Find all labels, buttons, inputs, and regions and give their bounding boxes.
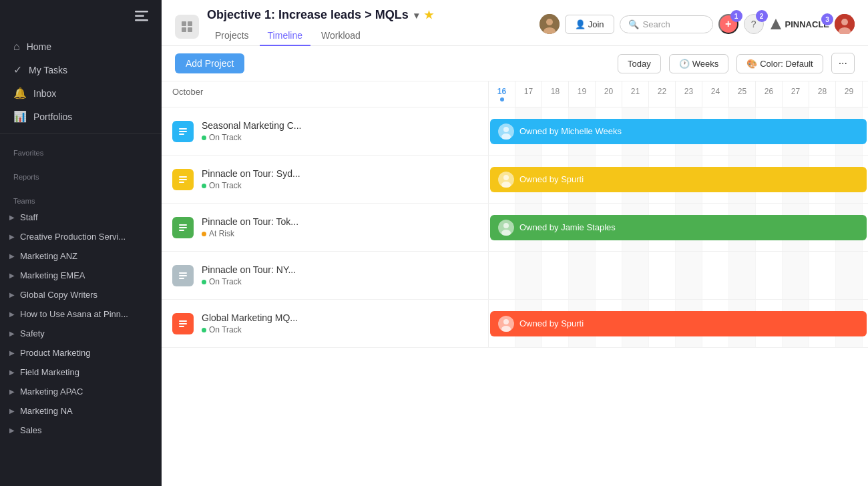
sidebar-team-global-copy[interactable]: ▶Global Copy Writers: [0, 285, 162, 304]
chevron-icon: ▶: [9, 310, 15, 318]
calendar-date: 16: [489, 81, 515, 107]
team-label: Sales: [20, 425, 42, 435]
sidebar-team-marketing-emea[interactable]: ▶Marketing EMEA: [0, 266, 162, 285]
svg-rect-0: [135, 11, 148, 13]
tab-timeline[interactable]: Timeline: [260, 26, 310, 46]
tab-projects[interactable]: Projects: [207, 26, 257, 46]
project-icon: [172, 121, 194, 142]
project-info: Pinnacle on Tour: Syd... On Track: [202, 168, 477, 190]
sidebar-collapse-button[interactable]: [132, 8, 151, 27]
title-section: Objective 1: Increase leads > MQLs ▾ ★ P…: [207, 8, 531, 45]
team-label: How to Use Asana at Pinn...: [20, 309, 128, 319]
calendar-date: 27: [783, 81, 809, 107]
sidebar-team-how-to[interactable]: ▶How to Use Asana at Pinn...: [0, 304, 162, 324]
project-name[interactable]: Global Marketing MQ...: [202, 312, 477, 323]
star-icon[interactable]: ★: [424, 9, 433, 21]
chevron-icon: ▶: [9, 369, 15, 376]
svg-rect-26: [179, 227, 187, 228]
tab-workload[interactable]: Workload: [313, 26, 369, 46]
calendar-date: 29: [836, 81, 863, 107]
gantt-bar[interactable]: Owned by Michelle Weeks: [490, 119, 867, 144]
nav-label-my-tasks: My Tasks: [29, 65, 67, 75]
svg-rect-19: [179, 176, 187, 178]
sidebar-team-creative[interactable]: ▶Creative Production Servi...: [0, 227, 162, 246]
more-button[interactable]: ···: [831, 53, 855, 74]
weeks-button[interactable]: 🕐 Weeks: [669, 54, 729, 73]
svg-rect-32: [179, 275, 187, 276]
status-dot: [202, 136, 206, 140]
owner-avatar: [498, 316, 514, 332]
chevron-icon: ▶: [9, 214, 15, 221]
team-label: Marketing APAC: [20, 387, 83, 397]
grid-col: [729, 252, 756, 299]
sidebar-team-marketing-na[interactable]: ▶Marketing NA: [0, 401, 162, 421]
sidebar-item-portfolios[interactable]: 📊 Portfolios: [0, 105, 162, 128]
project-name[interactable]: Pinnacle on Tour: Tok...: [202, 216, 477, 227]
project-info: Global Marketing MQ... On Track: [202, 312, 477, 334]
pinnacle-container: PINNACLE 3: [769, 17, 829, 31]
color-button[interactable]: 🎨 Color: Default: [736, 54, 823, 73]
project-info: Seasonal Marketing C... On Track: [202, 120, 477, 142]
sidebar-team-product-marketing[interactable]: ▶Product Marketing: [0, 343, 162, 362]
owner-avatar: [498, 124, 514, 140]
grid-col: [515, 252, 542, 299]
svg-rect-4: [188, 21, 192, 26]
search-icon: 🔍: [628, 19, 639, 29]
project-icon: [172, 217, 194, 238]
svg-rect-2: [135, 19, 148, 21]
svg-rect-27: [179, 230, 184, 231]
team-label: Marketing ANZ: [20, 251, 77, 261]
project-name[interactable]: Pinnacle on Tour: NY...: [202, 264, 477, 275]
sidebar-item-inbox[interactable]: 🔔 Inbox: [0, 81, 162, 105]
add-project-button[interactable]: Add Project: [175, 53, 244, 73]
team-label: Field Marketing: [20, 367, 79, 377]
search-box[interactable]: 🔍 Search: [620, 15, 713, 33]
svg-rect-35: [179, 323, 187, 324]
sidebar-item-home[interactable]: ⌂ Home: [0, 35, 162, 58]
grid-col: [676, 252, 702, 299]
chevron-icon: ▶: [9, 388, 15, 395]
project-row: Pinnacle on Tour: NY... On Track: [162, 252, 868, 300]
sidebar-team-safety[interactable]: ▶Safety: [0, 324, 162, 343]
grid-col: [756, 252, 783, 299]
gantt-bar[interactable]: Owned by Spurti: [490, 311, 867, 336]
sidebar-team-marketing-apac[interactable]: ▶Marketing APAC: [0, 382, 162, 401]
sidebar-team-staff[interactable]: ▶Staff: [0, 208, 162, 227]
teams-list: ▶Staff▶Creative Production Servi...▶Mark…: [0, 208, 162, 440]
chevron-icon: ▶: [9, 349, 15, 356]
project-row: Pinnacle on Tour: Tok... At Risk Owned b…: [162, 204, 868, 252]
gantt-cell: [489, 252, 868, 299]
sidebar-item-my-tasks[interactable]: ✓ My Tasks: [0, 58, 162, 81]
sidebar-team-marketing-anz[interactable]: ▶Marketing ANZ: [0, 246, 162, 266]
gantt-bar[interactable]: Owned by Jamie Staples: [490, 215, 867, 240]
project-name[interactable]: Pinnacle on Tour: Syd...: [202, 168, 477, 179]
svg-point-23: [503, 175, 509, 180]
status-text: At Risk: [209, 229, 234, 238]
project-icon: [172, 313, 194, 334]
sidebar-team-field-marketing[interactable]: ▶Field Marketing: [0, 362, 162, 382]
chevron-icon: ▶: [9, 291, 15, 298]
join-button[interactable]: 👤 Join: [565, 15, 614, 34]
svg-rect-5: [182, 27, 186, 32]
status-text: On Track: [209, 133, 242, 142]
gantt-cell: Owned by Jamie Staples: [489, 204, 868, 251]
project-left: Pinnacle on Tour: Tok... At Risk: [162, 204, 489, 251]
help-container: ? 2: [744, 14, 764, 34]
calendar-date: 26: [756, 81, 783, 107]
dropdown-icon[interactable]: ▾: [414, 10, 419, 21]
calendar-date: 22: [649, 81, 676, 107]
sidebar-team-sales[interactable]: ▶Sales: [0, 421, 162, 440]
status-dot: [202, 280, 206, 284]
today-button[interactable]: Today: [618, 54, 661, 73]
project-name[interactable]: Seasonal Marketing C...: [202, 120, 477, 131]
grid-col: [622, 252, 649, 299]
gantt-cell: Owned by Spurti: [489, 156, 868, 203]
gantt-bar[interactable]: Owned by Spurti: [490, 167, 867, 192]
svg-rect-1: [135, 15, 144, 17]
calendar-date: 30: [863, 81, 868, 107]
svg-rect-15: [179, 134, 184, 135]
grid-col: [702, 252, 729, 299]
grid-col: [809, 252, 836, 299]
calendar-month-label: October: [162, 81, 489, 107]
project-left: Seasonal Marketing C... On Track: [162, 107, 489, 155]
